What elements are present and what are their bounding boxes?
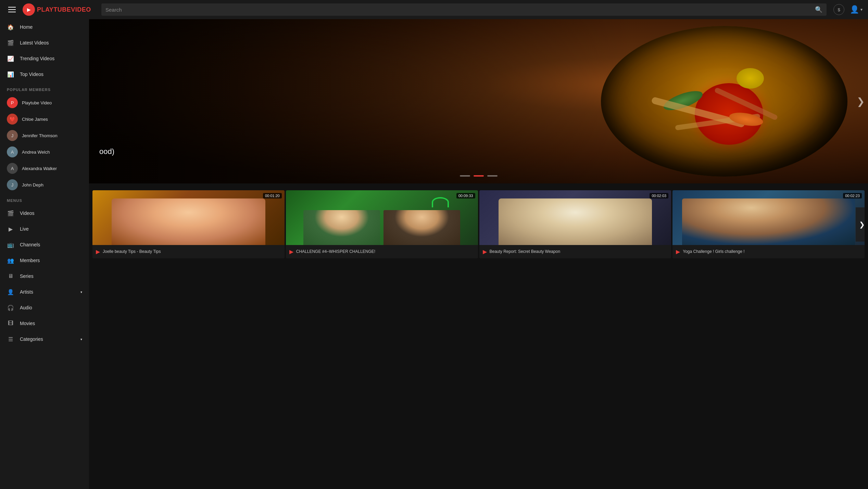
categories-icon: ☰ [7, 335, 14, 343]
sidebar-item-label: Categories [20, 336, 43, 342]
sidebar: 🏠 Home 🎬 Latest Videos 📈 Trending Videos… [0, 19, 89, 489]
sidebar-item-series[interactable]: 🖥 Series [0, 268, 89, 284]
sidebar-item-top[interactable]: 📊 Top Videos [0, 66, 89, 82]
video-card-challenge[interactable]: 00:09:33 ▶ CHALLENGE #4–WHISPER CHALLENG… [286, 190, 478, 258]
challenge-people [286, 201, 478, 245]
video-section: 00:01:20 ▶ Joelle beauty Tips - Beauty T… [89, 183, 868, 265]
avatar-alexandra: A [7, 163, 18, 174]
person-2 [383, 210, 460, 245]
sidebar-item-label: Videos [20, 210, 35, 216]
video-row: 00:01:20 ▶ Joelle beauty Tips - Beauty T… [92, 190, 865, 258]
duration-badge: 00:02:03 [650, 193, 668, 198]
member-chloe[interactable]: ❤️ Chloe James [0, 111, 89, 127]
sidebar-item-label: Home [20, 24, 33, 30]
chevron-down-icon: ▾ [80, 337, 82, 341]
popular-members-label: POPULAR MEMBERS [0, 82, 89, 94]
sidebar-item-channels[interactable]: 📺 Channels [0, 237, 89, 253]
hero-dots [460, 175, 498, 177]
header: PLAYTUBEVIDEO 🔍 $ 👤 ▾ [0, 0, 868, 19]
member-name: Playtube Video [22, 100, 52, 105]
video-card-yoga[interactable]: 00:02:23 ▶ Yoga Challenge ! Girls challe… [672, 190, 865, 258]
channels-icon: 📺 [7, 241, 14, 248]
audio-icon: 🎧 [7, 304, 14, 311]
duration-badge: 00:09:33 [456, 193, 475, 198]
duration-badge: 00:02:23 [843, 193, 862, 198]
hero-next-button[interactable]: ❯ [857, 96, 865, 107]
sidebar-item-latest[interactable]: 🎬 Latest Videos [0, 35, 89, 51]
play-icon: ▶ [289, 248, 293, 255]
top-icon: 📊 [7, 70, 14, 78]
member-playtube[interactable]: P Playtube Video [0, 94, 89, 111]
search-input[interactable] [105, 7, 815, 13]
sidebar-item-live[interactable]: ▶ Live [0, 221, 89, 237]
sidebar-item-videos[interactable]: 🎬 Videos [0, 205, 89, 221]
hero-dot-3[interactable] [487, 175, 498, 177]
sidebar-item-home[interactable]: 🏠 Home [0, 19, 89, 35]
video-title: Yoga Challenge ! Girls challenge ! [683, 249, 744, 255]
sidebar-item-label: Audio [20, 305, 32, 310]
sidebar-item-label: Movies [20, 321, 35, 326]
sidebar-item-label: Series [20, 273, 34, 279]
sidebar-item-artists[interactable]: 👤 Artists ▾ [0, 284, 89, 300]
home-icon: 🏠 [7, 23, 14, 31]
video-card-beauty[interactable]: 00:02:03 ▶ Beauty Report: Secret Beauty … [479, 190, 671, 258]
row-next-button[interactable]: ❯ [856, 207, 865, 242]
artists-icon: 👤 [7, 288, 14, 296]
sidebar-item-categories[interactable]: ☰ Categories ▾ [0, 331, 89, 347]
member-name: Alexandra Walker [22, 166, 57, 171]
logo[interactable]: PLAYTUBEVIDEO [23, 3, 91, 16]
series-icon: 🖥 [7, 272, 14, 280]
members-icon: 👥 [7, 257, 14, 264]
play-icon: ▶ [483, 248, 487, 255]
member-name: Andrea Welch [22, 150, 50, 155]
avatar-jennifer: J [7, 130, 18, 141]
member-jennifer[interactable]: J Jennifer Thomson [0, 127, 89, 144]
video-title: Beauty Report: Secret Beauty Weapon [490, 249, 561, 255]
avatar-andrea: A [7, 146, 18, 157]
play-icon: ▶ [676, 248, 680, 255]
video-thumbnail-yoga: 00:02:23 [672, 190, 865, 245]
person-1 [303, 210, 380, 245]
trending-icon: 📈 [7, 55, 14, 62]
sidebar-item-members[interactable]: 👥 Members [0, 253, 89, 268]
sidebar-item-label: Members [20, 258, 40, 263]
account-button[interactable]: 👤 ▾ [850, 5, 863, 14]
dollar-button[interactable]: $ [833, 4, 844, 15]
play-icon: ▶ [96, 248, 100, 255]
sidebar-item-label: Live [20, 226, 29, 232]
hero-dot-1[interactable] [460, 175, 470, 177]
avatar-chloe: ❤️ [7, 114, 18, 125]
video-thumbnail-challenge: 00:09:33 [286, 190, 478, 245]
video-title: Joelle beauty Tips - Beauty Tips [103, 249, 161, 255]
sidebar-item-trending[interactable]: 📈 Trending Videos [0, 51, 89, 66]
sidebar-item-audio[interactable]: 🎧 Audio [0, 300, 89, 316]
video-info: ▶ Joelle beauty Tips - Beauty Tips [92, 245, 285, 258]
headphones-icon [432, 197, 449, 207]
member-andrea[interactable]: A Andrea Welch [0, 144, 89, 160]
member-alexandra[interactable]: A Alexandra Walker [0, 160, 89, 177]
hero-banner[interactable]: ood) ❯ [89, 19, 868, 183]
live-icon: ▶ [7, 225, 14, 233]
sidebar-item-label: Top Videos [20, 72, 43, 77]
video-info: ▶ Yoga Challenge ! Girls challenge ! [672, 245, 865, 258]
hero-overlay [89, 19, 868, 183]
hero-title: ood) [99, 147, 114, 156]
main-layout: 🏠 Home 🎬 Latest Videos 📈 Trending Videos… [0, 19, 868, 489]
yoga-people [682, 198, 855, 245]
member-name: John Deph [22, 182, 43, 188]
member-john[interactable]: J John Deph [0, 177, 89, 193]
video-card-joelle[interactable]: 00:01:20 ▶ Joelle beauty Tips - Beauty T… [92, 190, 285, 258]
logo-icon [23, 3, 35, 16]
video-thumbnail-beauty: 00:02:03 [479, 190, 671, 245]
hamburger-button[interactable] [5, 4, 18, 15]
video-info: ▶ CHALLENGE #4–WHISPER CHALLENGE! [286, 245, 478, 258]
video-thumbnail-joelle: 00:01:20 [92, 190, 285, 245]
content-area: ood) ❯ 00:01:20 ▶ Jo [89, 19, 868, 489]
videos-icon: 🎬 [7, 209, 14, 217]
hero-dot-2[interactable] [474, 175, 484, 177]
sidebar-item-movies[interactable]: 🎞 Movies [0, 316, 89, 331]
search-icon[interactable]: 🔍 [815, 6, 822, 13]
header-left: PLAYTUBEVIDEO [5, 3, 95, 16]
movies-icon: 🎞 [7, 320, 14, 327]
member-name: Jennifer Thomson [22, 133, 58, 138]
